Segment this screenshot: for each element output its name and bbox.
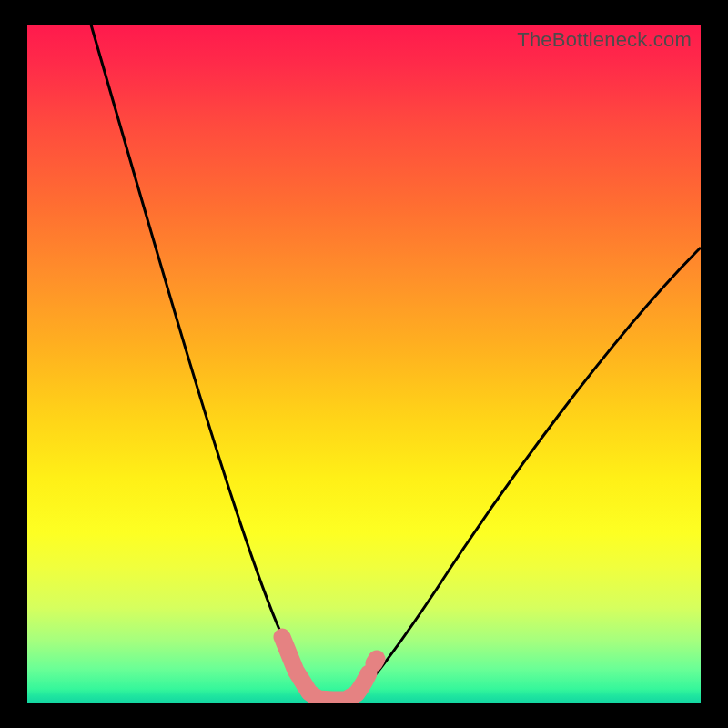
outer-frame: TheBottleneck.com [0,0,728,728]
marker-band [282,637,377,700]
right-curve [355,248,701,699]
plot-area: TheBottleneck.com [27,25,701,703]
left-curve [91,25,317,699]
chart-svg [27,25,701,703]
watermark-text: TheBottleneck.com [517,28,692,52]
